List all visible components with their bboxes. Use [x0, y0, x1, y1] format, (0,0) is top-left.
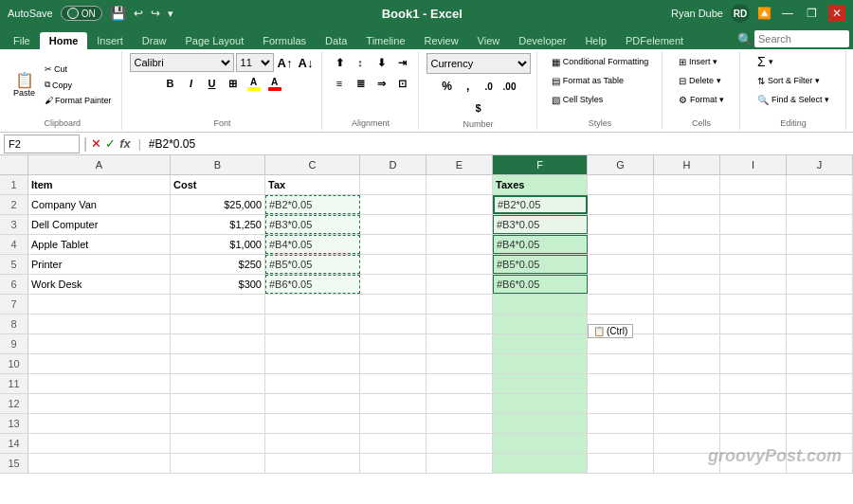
cell-D9[interactable] [360, 334, 426, 353]
cell-F10[interactable] [493, 354, 588, 373]
cell-F5[interactable]: #B5*0.05 [493, 255, 588, 274]
tab-help[interactable]: Help [575, 32, 616, 49]
paste-indicator[interactable]: 📋 (Ctrl) [588, 324, 633, 338]
cell-B15[interactable] [171, 454, 265, 473]
col-header-E[interactable]: E [426, 155, 493, 174]
cell-B5[interactable]: $250 [171, 255, 265, 274]
cell-I12[interactable] [720, 394, 787, 413]
cell-A5[interactable]: Printer [28, 255, 171, 274]
cell-E8[interactable] [426, 315, 493, 333]
undo-icon[interactable]: ↩ [134, 7, 143, 20]
cell-F11[interactable] [493, 374, 588, 393]
align-right-icon[interactable]: ⇒ [372, 74, 390, 93]
tab-pdfelement[interactable]: PDFelement [616, 32, 693, 49]
tab-draw[interactable]: Draw [133, 32, 176, 49]
cut-button[interactable]: ✂ Cut [41, 63, 116, 76]
cell-J11[interactable] [787, 374, 853, 393]
cell-A4[interactable]: Apple Tablet [28, 235, 171, 254]
cell-I8[interactable] [720, 315, 787, 333]
cell-styles-button[interactable]: ▧ Cell Styles [548, 91, 608, 108]
cell-J7[interactable] [787, 295, 853, 314]
comma-button[interactable]: , [459, 77, 478, 96]
align-top-icon[interactable]: ⬆ [330, 53, 349, 72]
more-icon[interactable]: ▾ [168, 8, 173, 20]
cell-I11[interactable] [720, 374, 787, 393]
cell-B2[interactable]: $25,000 [171, 195, 265, 214]
cell-G2[interactable] [588, 195, 654, 214]
cell-G14[interactable] [588, 434, 654, 453]
sort-filter-button[interactable]: ⇅ Sort & Filter ▾ [753, 72, 824, 89]
cell-I4[interactable] [720, 235, 787, 254]
decrease-font-icon[interactable]: A↓ [297, 53, 316, 72]
cell-A14[interactable] [28, 434, 171, 453]
cell-C10[interactable] [265, 354, 360, 373]
cell-F1[interactable]: Taxes [493, 175, 588, 194]
cell-E1[interactable] [426, 175, 493, 194]
cell-D13[interactable] [360, 414, 426, 433]
cell-B11[interactable] [171, 374, 265, 393]
cancel-formula-icon[interactable]: ✕ [91, 136, 101, 151]
cell-I9[interactable] [720, 334, 787, 353]
format-painter-button[interactable]: 🖌 Format Painter [41, 94, 116, 107]
cell-J12[interactable] [787, 394, 853, 413]
cell-F4[interactable]: #B4*0.05 [493, 235, 588, 254]
cell-J6[interactable] [787, 275, 853, 294]
cell-D15[interactable] [360, 454, 426, 473]
ribbon-collapse-icon[interactable]: 🔼 [757, 7, 771, 20]
col-header-A[interactable]: A [28, 155, 171, 174]
cell-reference-input[interactable] [4, 135, 80, 153]
cell-J2[interactable] [787, 195, 853, 214]
cell-E9[interactable] [426, 334, 493, 353]
cell-B10[interactable] [171, 354, 265, 373]
cell-I1[interactable] [720, 175, 787, 194]
cell-C8[interactable] [265, 315, 360, 333]
font-size-select[interactable]: 11 8910 121416 [236, 53, 274, 72]
align-left-icon[interactable]: ≡ [330, 74, 349, 93]
cell-A3[interactable]: Dell Computer [28, 215, 171, 234]
cell-J15[interactable] [787, 454, 853, 473]
font-name-select[interactable]: Calibri Arial Times New Roman [130, 53, 234, 72]
cell-E14[interactable] [426, 434, 493, 453]
cell-D11[interactable] [360, 374, 426, 393]
cell-G12[interactable] [588, 394, 654, 413]
tab-data[interactable]: Data [316, 32, 356, 49]
cell-J4[interactable] [787, 235, 853, 254]
save-icon[interactable]: 💾 [110, 6, 126, 21]
cell-E3[interactable] [426, 215, 493, 234]
cell-H6[interactable] [654, 275, 720, 294]
tab-home[interactable]: Home [40, 32, 88, 49]
cell-A10[interactable] [28, 354, 171, 373]
cell-J3[interactable] [787, 215, 853, 234]
col-header-F[interactable]: F [493, 155, 588, 174]
tab-formulas[interactable]: Formulas [253, 32, 316, 49]
delete-button[interactable]: ⊟ Delete ▾ [675, 72, 725, 89]
fill-color-button[interactable]: A [245, 74, 263, 93]
cell-B6[interactable]: $300 [171, 275, 265, 294]
cell-H2[interactable] [654, 195, 720, 214]
search-input[interactable] [754, 30, 849, 47]
format-as-table-button[interactable]: ▤ Format as Table [548, 72, 627, 89]
tab-timeline[interactable]: Timeline [356, 32, 414, 49]
cell-D8[interactable] [360, 315, 426, 333]
cell-G11[interactable] [588, 374, 654, 393]
cell-I3[interactable] [720, 215, 787, 234]
cell-I2[interactable] [720, 195, 787, 214]
cell-H4[interactable] [654, 235, 720, 254]
cell-D3[interactable] [360, 215, 426, 234]
align-middle-icon[interactable]: ↕ [351, 53, 370, 72]
cell-E12[interactable] [426, 394, 493, 413]
cell-A6[interactable]: Work Desk [28, 275, 171, 294]
cell-D4[interactable] [360, 235, 426, 254]
cell-D7[interactable] [360, 295, 426, 314]
decrease-decimal-button[interactable]: .00 [500, 77, 519, 96]
cell-A12[interactable] [28, 394, 171, 413]
cell-E10[interactable] [426, 354, 493, 373]
underline-button[interactable]: U [203, 74, 222, 93]
cell-D6[interactable] [360, 275, 426, 294]
cell-F9[interactable] [493, 334, 588, 353]
cell-A7[interactable] [28, 295, 171, 314]
cell-H14[interactable] [654, 434, 720, 453]
copy-button[interactable]: ⧉ Copy [41, 78, 116, 92]
cell-D14[interactable] [360, 434, 426, 453]
insert-function-icon[interactable]: fx [119, 136, 131, 151]
